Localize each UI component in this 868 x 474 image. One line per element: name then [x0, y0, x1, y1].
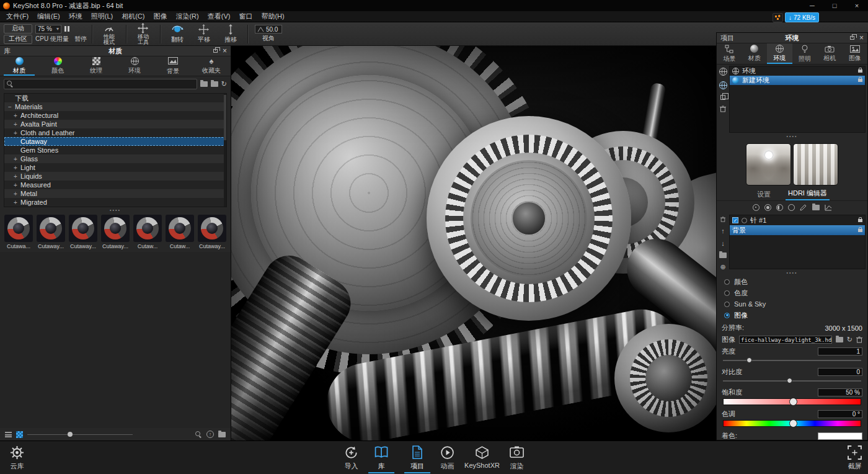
delete-icon[interactable] — [856, 336, 862, 343]
menu-item-window[interactable]: 窗口 — [234, 12, 257, 21]
lock-icon[interactable] — [858, 229, 862, 232]
maximize-button[interactable]: □ — [823, 0, 846, 11]
tree-item-gem-stones[interactable]: Gem Stones — [4, 146, 226, 154]
folder-icon[interactable] — [211, 81, 218, 87]
tree-item-architectural[interactable]: +Architectural — [4, 111, 226, 120]
image-pin-icon[interactable] — [764, 204, 771, 211]
image-file-field[interactable]: fice-hallway-daylight_3k.hdz — [739, 336, 832, 344]
menu-item-lighting[interactable]: 照明(L) — [87, 12, 117, 21]
pin-item-1[interactable]: ✓ 针 #1 — [730, 215, 865, 225]
slider-handle[interactable] — [789, 398, 797, 406]
search-box[interactable] — [4, 79, 197, 89]
folder-icon[interactable] — [812, 205, 820, 210]
subtab-hdri-editor[interactable]: HDRI 编辑器 — [786, 189, 830, 200]
refresh-icon[interactable]: ↻ — [847, 336, 852, 343]
dolly-tool-button[interactable]: 推移 — [219, 24, 242, 44]
folder-icon[interactable] — [719, 253, 727, 258]
tree-scrollbar[interactable] — [224, 94, 226, 207]
pin-item-background[interactable]: 背景 — [730, 225, 865, 235]
fov-input[interactable]: 50.0 — [255, 25, 282, 34]
color-pin-icon[interactable] — [788, 204, 795, 211]
tree-item-measured[interactable]: +Measured — [4, 181, 226, 189]
subtab-settings[interactable]: 设置 — [755, 190, 773, 200]
screenshot-button[interactable]: 截屏 — [848, 444, 862, 471]
tab-image[interactable]: 图像 — [843, 43, 868, 64]
splitter-grip[interactable] — [717, 134, 867, 138]
open-folder-icon[interactable] — [218, 432, 226, 437]
environment-root-item[interactable]: 环境 — [730, 66, 865, 76]
pause-label[interactable]: 暂停 — [74, 35, 87, 43]
realtime-viewport[interactable] — [231, 46, 716, 440]
menu-item-image[interactable]: 图像 — [149, 12, 171, 21]
tab-materials[interactable]: 材质 — [0, 56, 38, 76]
workspace-button[interactable]: 工作区 — [4, 35, 32, 44]
undock-panel-icon[interactable] — [213, 49, 218, 53]
graph-icon[interactable] — [825, 204, 832, 211]
tree-item-migrated[interactable]: +Migrated — [4, 198, 226, 207]
lock-icon[interactable] — [858, 219, 862, 222]
material-thumb[interactable]: Cutaway... — [68, 215, 98, 249]
tab-scene[interactable]: 场景 — [717, 43, 742, 64]
thumbnail-size-slider[interactable] — [27, 431, 133, 437]
material-thumb[interactable]: Cutaw... — [133, 215, 162, 249]
splitter-grip[interactable] — [717, 271, 867, 275]
render-button[interactable]: 渲染 — [510, 444, 524, 473]
tab-colors[interactable]: 颜色 — [38, 56, 77, 76]
browse-folder-icon[interactable] — [836, 337, 843, 342]
tree-item-cutaway[interactable]: Cutaway — [4, 137, 226, 146]
tab-camera[interactable]: 相机 — [817, 43, 843, 64]
tab-backplates[interactable]: 背景 — [154, 56, 192, 76]
pin-radio[interactable] — [742, 218, 747, 223]
splitter-grip[interactable] — [0, 207, 231, 212]
tree-item-downloads[interactable]: 下载 — [4, 94, 226, 102]
close-button[interactable]: × — [846, 0, 868, 11]
slider-handle[interactable] — [789, 419, 797, 427]
pen-icon[interactable] — [800, 203, 807, 211]
cpu-percent-select[interactable]: 75 % ▾ — [35, 25, 61, 34]
library-button[interactable]: 库 — [368, 444, 394, 473]
tree-item-glass[interactable]: +Glass — [4, 154, 226, 163]
contrast-input[interactable]: 0 — [818, 368, 862, 376]
tab-material[interactable]: 材质 — [742, 43, 768, 64]
close-panel-icon[interactable]: × — [223, 48, 227, 54]
start-button[interactable]: 启动 — [4, 24, 32, 34]
duplicate-icon[interactable] — [720, 95, 725, 100]
radio-color[interactable]: 颜色 — [717, 276, 867, 287]
hue-input[interactable]: 0 ° — [818, 410, 862, 418]
pin-visibility-checkbox[interactable]: ✓ — [732, 217, 738, 223]
list-view-icon[interactable] — [5, 432, 12, 437]
tree-item-metal[interactable]: +Metal — [4, 189, 226, 198]
tumble-tool-button[interactable]: 翻转 — [166, 24, 189, 44]
tree-item-materials[interactable]: −Materials — [4, 102, 226, 111]
menu-item-camera[interactable]: 相机(C) — [117, 12, 149, 21]
target-icon[interactable]: ⊕ — [720, 264, 725, 271]
tree-item-cloth-and-leather[interactable]: +Cloth and Leather — [4, 128, 226, 137]
saturation-input[interactable]: 50 % — [818, 388, 862, 396]
brightness-input[interactable]: 1 — [818, 347, 862, 356]
radio-chroma[interactable]: 色度 — [717, 287, 867, 298]
tab-lighting[interactable]: 照明 — [792, 43, 818, 64]
performance-mode-button[interactable]: 性能模式 — [97, 22, 121, 45]
tree-item-axalta-paint[interactable]: +Axalta Paint — [4, 120, 226, 128]
refresh-icon[interactable]: ↻ — [221, 81, 227, 87]
lock-icon[interactable] — [858, 69, 862, 73]
menu-item-help[interactable]: 帮助(H) — [257, 12, 288, 21]
radio-sun-sky[interactable]: Sun & Sky — [717, 298, 867, 310]
material-thumb[interactable]: Cutaway... — [100, 215, 130, 249]
material-thumb[interactable]: Cutawa... — [4, 215, 33, 249]
sun-pin-icon[interactable] — [753, 204, 760, 211]
menu-item-view[interactable]: 查看(V) — [203, 12, 235, 21]
move-tool-button[interactable]: 移动工具 — [131, 22, 155, 45]
gradient-pin-icon[interactable] — [776, 204, 783, 211]
fov-control[interactable]: 50.0 视角 — [253, 25, 284, 43]
menu-item-environment[interactable]: 环境 — [64, 12, 87, 21]
slider-handle[interactable] — [746, 357, 752, 363]
menu-item-render[interactable]: 渲染(R) — [171, 12, 203, 21]
zoom-icon[interactable] — [195, 431, 202, 438]
hdri-source-thumbnail[interactable] — [793, 143, 838, 186]
add-folder-icon[interactable] — [200, 81, 208, 87]
tab-textures[interactable]: 纹理 — [77, 56, 115, 76]
add-environment-icon[interactable] — [719, 81, 727, 89]
material-thumb[interactable]: Cutaway... — [36, 215, 66, 249]
delete-icon[interactable] — [720, 217, 726, 222]
